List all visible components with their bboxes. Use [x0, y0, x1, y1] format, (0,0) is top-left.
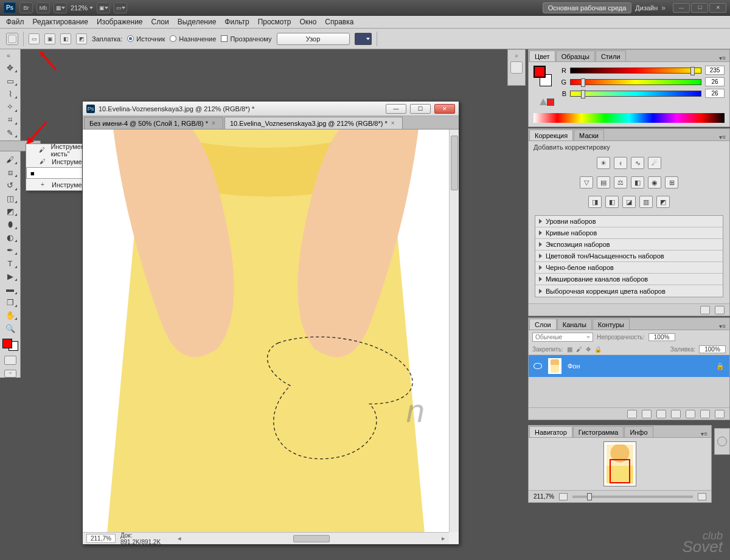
- zoom-level-select[interactable]: 212%: [71, 4, 93, 12]
- panel-menu-icon[interactable]: ▾≡: [719, 134, 726, 140]
- adj-brightness-icon[interactable]: ☀: [597, 157, 610, 169]
- screen-mode-button[interactable]: ▭: [114, 2, 127, 13]
- workspace-design-link[interactable]: Дизайн: [635, 4, 658, 12]
- navigator-thumbnail[interactable]: [603, 441, 636, 486]
- tab-info[interactable]: Инфо: [624, 426, 653, 437]
- bridge-button[interactable]: Br: [19, 2, 33, 13]
- preset-row[interactable]: Экспозиция наборов: [535, 239, 723, 251]
- intersect-selection-icon[interactable]: ◩: [76, 33, 87, 44]
- 3d-tool[interactable]: ❒: [3, 297, 18, 308]
- menu-view[interactable]: Просмотр: [258, 18, 291, 26]
- tab-adjustments[interactable]: Коррекция: [529, 130, 573, 140]
- visibility-eye-icon[interactable]: [534, 363, 542, 369]
- brush-tool[interactable]: 🖌: [3, 154, 18, 164]
- adj-channel-mixer-icon[interactable]: ⊞: [665, 176, 678, 188]
- navigator-zoom-in-icon[interactable]: [698, 493, 706, 500]
- adj-levels-icon[interactable]: ⫞: [614, 157, 627, 169]
- adj-invert-icon[interactable]: ◨: [588, 196, 602, 208]
- collapsed-panel-dock[interactable]: »: [507, 49, 526, 86]
- move-tool[interactable]: ✥: [3, 63, 18, 73]
- tab-masks[interactable]: Маски: [574, 130, 604, 140]
- status-zoom[interactable]: 211,7%: [86, 534, 116, 543]
- canvas-viewport[interactable]: n: [83, 130, 449, 532]
- pattern-swatch-picker[interactable]: [355, 33, 372, 45]
- screen-mode-toggle[interactable]: [4, 370, 16, 378]
- adj-footer-icon-1[interactable]: [700, 306, 710, 314]
- document-tab-2[interactable]: 10.Evelina_Voznesenskaya3.jpg @ 212% (RG…: [224, 117, 403, 129]
- menu-select[interactable]: Выделение: [178, 18, 217, 26]
- navigator-zoom-out-icon[interactable]: [559, 493, 568, 500]
- document-titlebar[interactable]: Ps 10.Evelina-Voznesenskaya3.jpg @ 212% …: [83, 102, 459, 116]
- opacity-value[interactable]: 100%: [648, 333, 675, 341]
- minibridge-button[interactable]: Mb: [36, 2, 50, 13]
- navigator-zoom-value[interactable]: 211,7%: [534, 493, 554, 500]
- lock-pixels-icon[interactable]: ▦: [567, 346, 572, 353]
- gradient-tool[interactable]: ◩: [3, 206, 18, 216]
- preset-row[interactable]: Выборочная коррекция цвета наборов: [535, 285, 723, 297]
- compass-icon[interactable]: [717, 437, 727, 446]
- tab-paths[interactable]: Контуры: [593, 319, 630, 330]
- color-fg-bg-chips[interactable]: [534, 66, 552, 86]
- app-maximize-button[interactable]: ☐: [691, 3, 708, 13]
- adj-selective-color-icon[interactable]: ◩: [656, 196, 670, 208]
- menu-help[interactable]: Справка: [325, 18, 353, 26]
- shape-tool[interactable]: ▬: [3, 284, 18, 294]
- quick-mask-toggle[interactable]: [4, 356, 16, 365]
- navigator-zoom-slider[interactable]: [572, 496, 693, 498]
- zoom-tool[interactable]: 🔍: [3, 323, 18, 333]
- adj-photo-filter-icon[interactable]: ◉: [648, 176, 661, 188]
- tab-histogram[interactable]: Гистограмма: [573, 426, 624, 437]
- color-spectrum-bar[interactable]: [534, 113, 725, 123]
- layer-group-icon[interactable]: [686, 410, 695, 418]
- color-chips[interactable]: [2, 339, 18, 351]
- eraser-tool[interactable]: ◫: [3, 193, 18, 204]
- panel-menu-icon[interactable]: ▾≡: [719, 55, 726, 61]
- blend-mode-select[interactable]: Обычные: [532, 333, 593, 342]
- lock-all-icon[interactable]: 🔒: [594, 346, 602, 353]
- lock-move-icon[interactable]: ✥: [586, 346, 591, 353]
- workspace-primary-button[interactable]: Основная рабочая среда: [543, 2, 632, 13]
- tab-layers[interactable]: Слои: [529, 319, 557, 330]
- adj-exposure-icon[interactable]: ☄: [648, 157, 661, 169]
- type-tool[interactable]: T: [3, 258, 18, 268]
- tab-navigator[interactable]: Навигатор: [529, 426, 572, 437]
- adj-posterize-icon[interactable]: ◧: [605, 196, 619, 208]
- pen-tool[interactable]: ✒: [3, 245, 18, 255]
- hand-tool[interactable]: ✋: [3, 310, 18, 320]
- document-tab-1[interactable]: Без имени-4 @ 50% (Слой 1, RGB/8) *×: [84, 117, 223, 129]
- tab-color[interactable]: Цвет: [529, 50, 555, 61]
- tab-styles[interactable]: Стили: [596, 50, 626, 61]
- adj-bw-icon[interactable]: ◧: [631, 176, 644, 188]
- path-select-tool[interactable]: ▶: [3, 271, 18, 282]
- history-brush-tool[interactable]: ↺: [3, 180, 18, 190]
- menu-layer[interactable]: Слои: [151, 18, 169, 26]
- collapsed-nav-dock[interactable]: [714, 428, 730, 455]
- dodge-tool[interactable]: ◐: [3, 232, 18, 243]
- gamut-swatch[interactable]: [547, 99, 554, 106]
- preset-row[interactable]: Микширование каналов наборов: [535, 274, 723, 285]
- g-slider[interactable]: [570, 79, 701, 85]
- doc-minimize-button[interactable]: —: [386, 104, 406, 114]
- arrange-documents-button[interactable]: ▣: [97, 2, 110, 13]
- close-tab-icon[interactable]: ×: [391, 120, 395, 126]
- preset-row[interactable]: Уровни наборов: [535, 216, 723, 227]
- adj-hue-icon[interactable]: ▤: [597, 176, 610, 188]
- adjustment-layer-icon[interactable]: [671, 410, 681, 418]
- adj-threshold-icon[interactable]: ◪: [622, 196, 636, 208]
- adj-gradient-map-icon[interactable]: ▥: [639, 196, 653, 208]
- r-value[interactable]: 235: [705, 66, 725, 75]
- adj-vibrance-icon[interactable]: ▽: [580, 176, 593, 188]
- subtract-selection-icon[interactable]: ◧: [60, 33, 71, 44]
- use-pattern-button[interactable]: Узор: [277, 33, 350, 45]
- view-extras-button[interactable]: ▦: [54, 2, 67, 13]
- lasso-tool[interactable]: ⌇: [3, 89, 18, 99]
- doc-maximize-button[interactable]: ☐: [410, 104, 431, 114]
- preset-row[interactable]: Цветовой тон/Насыщенность наборов: [535, 251, 723, 262]
- menu-window[interactable]: Окно: [299, 18, 316, 26]
- app-minimize-button[interactable]: —: [673, 3, 690, 13]
- current-tool-icon[interactable]: [6, 33, 18, 45]
- wand-tool[interactable]: ✧: [3, 102, 18, 112]
- doc-close-button[interactable]: ✕: [434, 104, 455, 114]
- panel-menu-icon[interactable]: ▾≡: [701, 430, 707, 437]
- horizontal-scrollbar[interactable]: ◂▸: [174, 532, 449, 544]
